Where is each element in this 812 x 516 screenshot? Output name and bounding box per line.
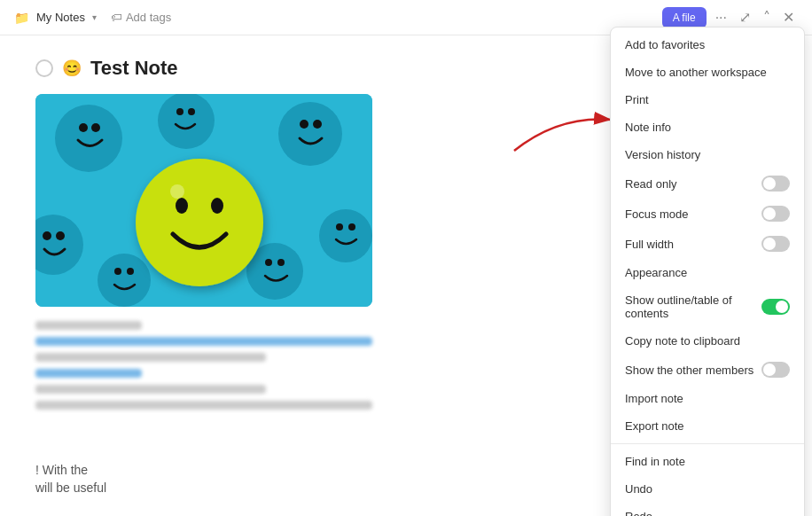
blurred-content (35, 321, 567, 410)
toggle-full-width[interactable] (761, 236, 790, 252)
note-content: 😊 Test Note (0, 35, 603, 438)
menu-item-label-import-note: Import note (625, 392, 790, 405)
add-tags[interactable]: 🏷 Add tags (111, 11, 171, 24)
menu-item-label-copy-clipboard: Copy note to clipboard (625, 334, 790, 348)
svg-point-12 (348, 223, 355, 231)
menu-item-label-undo: Undo (625, 482, 790, 496)
menu-item-focus-mode[interactable]: Focus mode (611, 199, 804, 229)
context-menu: Add to favoritesMove to another workspac… (610, 27, 805, 516)
menu-item-copy-clipboard[interactable]: Copy note to clipboard (611, 327, 804, 355)
blur-line (35, 401, 372, 410)
menu-item-label-full-width: Full width (625, 238, 761, 251)
chevron-up-icon[interactable]: ˄ (760, 5, 774, 29)
menu-item-label-print: Print (625, 93, 790, 106)
folder-icon: 📁 (14, 11, 29, 25)
menu-divider (611, 443, 804, 444)
status-circle (35, 59, 53, 77)
blur-line (35, 337, 372, 346)
action-button[interactable]: A file (662, 7, 707, 28)
svg-point-24 (211, 198, 223, 214)
top-bar-actions: A file ··· ⤢ ˄ ✕ (662, 5, 798, 29)
menu-item-redo[interactable]: Redo (611, 503, 804, 516)
menu-item-label-move-workspace: Move to another workspace (625, 66, 790, 79)
svg-point-23 (176, 198, 188, 214)
more-icon[interactable]: ··· (712, 6, 730, 29)
svg-point-17 (114, 268, 121, 275)
tag-icon: 🏷 (111, 11, 122, 24)
menu-item-read-only[interactable]: Read only (611, 168, 804, 199)
menu-item-full-width[interactable]: Full width (611, 229, 804, 259)
menu-item-label-redo: Redo (625, 510, 790, 516)
menu-item-import-note[interactable]: Import note (611, 385, 804, 412)
menu-item-appearance[interactable]: Appearance (611, 259, 804, 286)
note-emoji: 😊 (62, 59, 82, 78)
menu-item-label-note-info: Note info (625, 121, 790, 134)
breadcrumb: 📁 My Notes ▾ 🏷 Add tags (14, 11, 171, 25)
svg-point-11 (336, 223, 343, 231)
blur-line (35, 321, 142, 330)
menu-item-show-members[interactable]: Show the other members (611, 355, 804, 385)
blur-line (35, 353, 266, 362)
menu-item-label-add-favorites: Add to favorites (625, 38, 790, 51)
svg-point-15 (56, 231, 65, 240)
close-icon[interactable]: ✕ (779, 5, 798, 29)
menu-item-label-show-members: Show the other members (625, 364, 761, 377)
expand-icon[interactable]: ⤢ (736, 5, 754, 29)
svg-point-25 (170, 184, 184, 199)
svg-point-4 (158, 94, 215, 149)
svg-point-8 (300, 120, 308, 129)
svg-point-2 (79, 123, 88, 132)
toggle-show-members[interactable] (761, 362, 790, 378)
menu-item-label-read-only: Read only (625, 177, 761, 191)
svg-point-1 (55, 105, 122, 172)
svg-point-10 (319, 209, 372, 262)
menu-item-add-favorites[interactable]: Add to favorites (611, 31, 804, 59)
svg-point-9 (313, 120, 322, 129)
toggle-show-outline[interactable] (761, 299, 790, 315)
menu-item-show-outline[interactable]: Show outline/table of contents (611, 286, 804, 327)
menu-item-move-workspace[interactable]: Move to another workspace (611, 59, 804, 86)
toggle-read-only[interactable] (761, 176, 790, 192)
menu-item-label-version-history: Version history (625, 148, 790, 161)
svg-point-7 (278, 102, 342, 166)
menu-item-label-find-note: Find in note (625, 455, 790, 468)
svg-point-16 (98, 254, 151, 307)
note-title-row: 😊 Test Note (35, 57, 567, 80)
svg-point-14 (43, 231, 51, 240)
note-image (35, 94, 372, 307)
menu-item-find-note[interactable]: Find in note (611, 448, 804, 475)
menu-item-print[interactable]: Print (611, 86, 804, 113)
menu-item-label-export-note: Export note (625, 419, 790, 433)
menu-item-label-show-outline: Show outline/table of contents (625, 293, 761, 320)
svg-point-5 (176, 108, 183, 115)
workspace-name[interactable]: My Notes (36, 11, 85, 24)
bottom-text: ! With the will be useful (35, 463, 106, 498)
svg-point-6 (188, 108, 195, 115)
svg-point-18 (127, 268, 134, 275)
chevron-down-icon[interactable]: ▾ (92, 12, 97, 22)
menu-item-note-info[interactable]: Note info (611, 113, 804, 141)
menu-item-label-focus-mode: Focus mode (625, 207, 761, 221)
menu-item-undo[interactable]: Undo (611, 475, 804, 503)
note-title: Test Note (90, 57, 178, 80)
menu-item-export-note[interactable]: Export note (611, 412, 804, 440)
menu-item-version-history[interactable]: Version history (611, 141, 804, 168)
blur-line (35, 369, 142, 378)
svg-point-20 (265, 259, 272, 266)
svg-point-3 (91, 123, 100, 132)
svg-point-21 (277, 259, 285, 266)
blur-line (35, 385, 266, 394)
toggle-focus-mode[interactable] (761, 206, 790, 222)
svg-point-22 (136, 159, 263, 286)
menu-item-label-appearance: Appearance (625, 266, 790, 279)
main-area: 📁 My Notes ▾ 🏷 Add tags A file ··· ⤢ ˄ ✕… (0, 0, 812, 516)
